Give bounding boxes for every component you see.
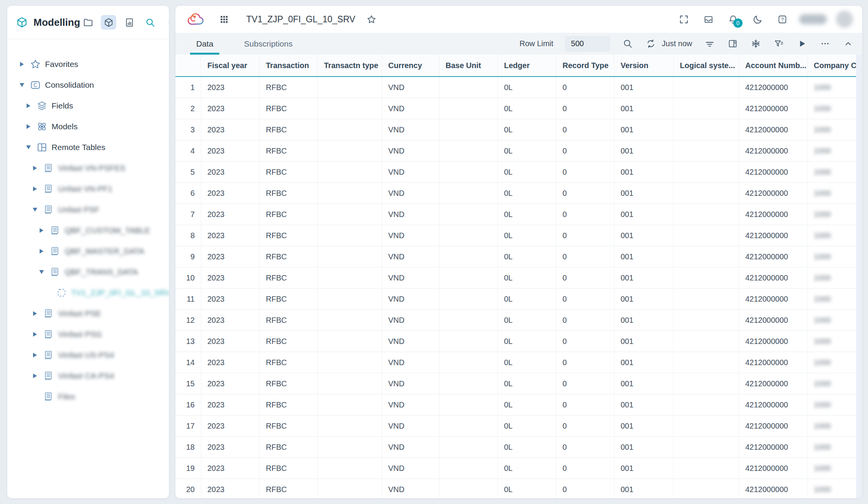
row-limit-input[interactable]	[565, 36, 610, 52]
more-options-icon[interactable]	[819, 38, 831, 50]
table-row[interactable]: 112023RFBCVND0L000142120000001000	[175, 289, 862, 310]
table-search-icon[interactable]	[622, 38, 633, 50]
sidebar-toolbar	[80, 15, 169, 30]
collapse-up-icon[interactable]	[842, 38, 854, 50]
expand-arrow-icon[interactable]	[24, 103, 33, 108]
favorite-star-icon[interactable]	[364, 12, 379, 27]
column-header-logical-syste-[interactable]: Logical syste...	[674, 55, 739, 76]
user-avatar[interactable]	[836, 11, 853, 28]
filter-rows-icon[interactable]	[773, 38, 785, 50]
column-header-version[interactable]: Version	[614, 55, 674, 76]
tree-item[interactable]: CConsolidation	[7, 75, 169, 95]
table-row[interactable]: 192023RFBCVND0L000142120000001000	[175, 458, 862, 479]
table-row[interactable]: 182023RFBCVND0L000142120000001000	[175, 437, 862, 458]
tree-item[interactable]: QBF_MASTER_DATA	[7, 241, 169, 262]
table-row[interactable]: 42023RFBCVND0L000142120000001000	[175, 140, 862, 162]
inbox-tray-icon[interactable]	[701, 12, 716, 27]
column-header-row-number[interactable]	[175, 55, 201, 76]
run-play-icon[interactable]	[796, 38, 808, 50]
cell-transaction: RFBC	[260, 394, 318, 415]
table-row[interactable]: 22023RFBCVND0L000142120000001000	[175, 98, 862, 119]
expand-arrow-icon[interactable]	[30, 187, 40, 191]
tree-item[interactable]: Vinfast VN-PSFES	[7, 158, 169, 179]
cell-fiscal-year: 2023	[201, 183, 260, 204]
tree-item[interactable]: Vinfast PSE	[7, 303, 169, 324]
fullscreen-icon[interactable]	[676, 12, 691, 27]
expand-arrow-icon[interactable]	[17, 62, 27, 67]
cell-base-unit	[439, 289, 498, 309]
expand-arrow-icon[interactable]	[30, 374, 40, 378]
column-header-company-cod[interactable]: Company Cod	[808, 55, 857, 76]
tree-item[interactable]: Models	[7, 116, 169, 137]
cell-record-type: 0	[556, 437, 614, 457]
tree-item[interactable]: Fields	[7, 95, 169, 116]
refresh-icon[interactable]	[645, 38, 656, 50]
expand-arrow-icon[interactable]	[24, 124, 33, 129]
table-row[interactable]: 12023RFBCVND0L000142120000001000	[175, 77, 862, 98]
expand-arrow-icon[interactable]	[37, 270, 46, 274]
table-row[interactable]: 52023RFBCVND0L000142120000001000	[175, 162, 862, 183]
vertical-scrollbar[interactable]	[856, 55, 862, 499]
table-row[interactable]: 92023RFBCVND0L000142120000001000	[175, 246, 862, 267]
table-row[interactable]: 102023RFBCVND0L000142120000001000	[175, 267, 862, 289]
cell-record-type: 0	[556, 183, 614, 204]
expand-arrow-icon[interactable]	[30, 332, 40, 337]
table-row[interactable]: 72023RFBCVND0L000142120000001000	[175, 204, 862, 225]
tab-subscriptions[interactable]: Subscriptions	[242, 33, 294, 55]
tree-item[interactable]: Unfast PSF	[7, 199, 169, 220]
table-row[interactable]: 152023RFBCVND0L000142120000001000	[175, 373, 862, 394]
notifications-bell-icon[interactable]: 0	[725, 12, 741, 27]
column-header-transactn-type[interactable]: Transactn type	[318, 55, 382, 76]
modelling-cube-icon[interactable]	[101, 15, 116, 30]
expand-arrow-icon[interactable]	[17, 83, 27, 87]
column-header-account-numb-[interactable]: Account Numb...	[739, 55, 808, 76]
freeze-snowflake-icon[interactable]	[750, 38, 761, 50]
expand-arrow-icon[interactable]	[37, 228, 46, 233]
tree-item[interactable]: Unfast VN-PF1	[7, 179, 169, 199]
cell-base-unit	[439, 140, 498, 161]
folder-icon[interactable]	[80, 15, 95, 30]
tab-data[interactable]: Data	[195, 33, 215, 55]
tree-item[interactable]: QBF_CUSTOM_TABLE	[7, 220, 169, 241]
dark-mode-moon-icon[interactable]	[750, 12, 765, 27]
expand-arrow-icon[interactable]	[24, 145, 33, 149]
table-row[interactable]: 122023RFBCVND0L000142120000001000	[175, 310, 862, 331]
expand-arrow-icon[interactable]	[30, 311, 40, 316]
tree-item[interactable]: QBF_TRANS_DATA	[7, 262, 169, 282]
tree-item[interactable]: TV1_ZJP_0FI_GL_10_SRV	[7, 282, 169, 303]
table-row[interactable]: 162023RFBCVND0L000142120000001000	[175, 394, 862, 416]
column-header-ledger[interactable]: Ledger	[498, 55, 556, 76]
row-limit-label: Row Limit	[519, 39, 553, 48]
tree-item[interactable]: Remote Tables	[7, 137, 169, 158]
table-row[interactable]: 82023RFBCVND0L000142120000001000	[175, 225, 862, 246]
tree-item[interactable]: Files	[7, 386, 169, 407]
details-panel-icon[interactable]	[727, 38, 738, 50]
sort-icon[interactable]	[704, 38, 715, 50]
tree-item[interactable]: Favorites	[7, 54, 169, 75]
report-icon[interactable]	[122, 15, 137, 30]
search-icon[interactable]	[142, 15, 158, 30]
expand-arrow-icon[interactable]	[37, 249, 46, 254]
column-header-fiscal-year[interactable]: Fiscal year	[201, 55, 260, 76]
tree-item[interactable]: Vinfast US-PS4	[7, 345, 169, 365]
tree-item[interactable]: Vinfast CA-PS4	[7, 365, 169, 386]
table-row[interactable]: 62023RFBCVND0L000142120000001000	[175, 183, 862, 204]
table-row[interactable]: 172023RFBCVND0L000142120000001000	[175, 416, 862, 437]
cell-currency: VND	[382, 77, 439, 98]
cell-ledger: 0L	[498, 479, 556, 499]
collapse-panel-icon[interactable]	[163, 15, 169, 30]
table-row[interactable]: 32023RFBCVND0L000142120000001000	[175, 119, 862, 140]
table-row[interactable]: 132023RFBCVND0L000142120000001000	[175, 331, 862, 352]
tree-item[interactable]: Vinfast PSG	[7, 324, 169, 345]
expand-arrow-icon[interactable]	[30, 208, 40, 212]
app-grid-icon[interactable]	[216, 12, 232, 27]
help-icon[interactable]: ?	[775, 12, 790, 27]
expand-arrow-icon[interactable]	[30, 353, 40, 357]
column-header-base-unit[interactable]: Base Unit	[439, 55, 498, 76]
column-header-record-type[interactable]: Record Type	[556, 55, 614, 76]
column-header-transaction[interactable]: Transaction	[260, 55, 318, 76]
column-header-currency[interactable]: Currency	[382, 55, 439, 76]
expand-arrow-icon[interactable]	[30, 166, 40, 170]
table-row[interactable]: 142023RFBCVND0L000142120000001000	[175, 352, 862, 373]
table-row[interactable]: 202023RFBCVND0L000142120000001000	[175, 479, 862, 499]
